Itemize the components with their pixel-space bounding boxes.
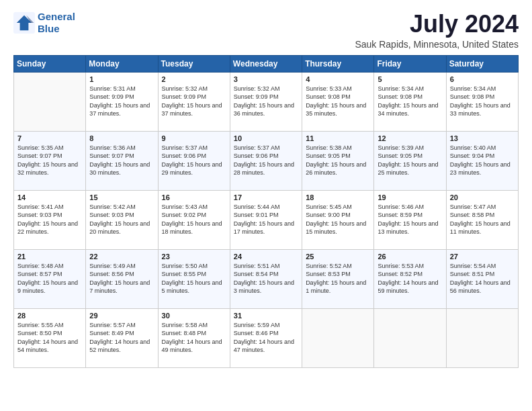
calendar-header-row: SundayMondayTuesdayWednesdayThursdayFrid… — [14, 55, 519, 72]
day-info: Sunrise: 5:37 AMSunset: 9:06 PMDaylight:… — [234, 144, 298, 177]
day-number: 18 — [306, 193, 370, 201]
day-number: 24 — [234, 253, 298, 261]
day-number: 31 — [234, 312, 298, 320]
day-number: 26 — [378, 253, 442, 261]
day-info: Sunrise: 5:53 AMSunset: 8:52 PMDaylight:… — [378, 262, 442, 295]
day-info: Sunrise: 5:32 AMSunset: 9:09 PMDaylight:… — [234, 85, 298, 118]
calendar-cell: 8Sunrise: 5:36 AMSunset: 9:07 PMDaylight… — [86, 131, 158, 190]
calendar-cell: 25Sunrise: 5:52 AMSunset: 8:53 PMDayligh… — [302, 249, 374, 308]
calendar-cell: 10Sunrise: 5:37 AMSunset: 9:06 PMDayligh… — [230, 131, 302, 190]
header: General Blue July 2024 Sauk Rapids, Minn… — [13, 11, 519, 50]
day-info: Sunrise: 5:39 AMSunset: 9:05 PMDaylight:… — [378, 144, 442, 177]
day-info: Sunrise: 5:52 AMSunset: 8:53 PMDaylight:… — [306, 262, 370, 295]
day-number: 2 — [162, 75, 226, 83]
calendar-cell: 9Sunrise: 5:37 AMSunset: 9:06 PMDaylight… — [158, 131, 230, 190]
logo-text: General Blue — [38, 11, 75, 35]
column-header-sunday: Sunday — [14, 55, 86, 72]
day-number: 25 — [306, 253, 370, 261]
day-number: 7 — [17, 134, 82, 142]
calendar-cell: 18Sunrise: 5:45 AMSunset: 9:00 PMDayligh… — [302, 190, 374, 249]
day-number: 28 — [17, 312, 82, 320]
calendar-cell: 30Sunrise: 5:58 AMSunset: 8:48 PMDayligh… — [158, 308, 230, 367]
day-number: 22 — [89, 253, 154, 261]
day-number: 10 — [234, 134, 298, 142]
column-header-monday: Monday — [86, 55, 158, 72]
subtitle: Sauk Rapids, Minnesota, United States — [355, 39, 519, 50]
column-header-friday: Friday — [374, 55, 446, 72]
calendar-cell: 22Sunrise: 5:49 AMSunset: 8:56 PMDayligh… — [86, 249, 158, 308]
day-number: 5 — [378, 75, 442, 83]
calendar-cell: 13Sunrise: 5:40 AMSunset: 9:04 PMDayligh… — [446, 131, 518, 190]
logo-line2: Blue — [38, 23, 60, 34]
day-number: 4 — [306, 75, 370, 83]
logo: General Blue — [13, 11, 75, 35]
day-info: Sunrise: 5:47 AMSunset: 8:58 PMDaylight:… — [450, 203, 515, 236]
calendar-cell: 23Sunrise: 5:50 AMSunset: 8:55 PMDayligh… — [158, 249, 230, 308]
calendar-cell: 21Sunrise: 5:48 AMSunset: 8:57 PMDayligh… — [14, 249, 86, 308]
column-header-tuesday: Tuesday — [158, 55, 230, 72]
calendar-cell — [374, 308, 446, 367]
calendar-week-1: 1Sunrise: 5:31 AMSunset: 9:09 PMDaylight… — [14, 72, 519, 131]
calendar-week-3: 14Sunrise: 5:41 AMSunset: 9:03 PMDayligh… — [14, 190, 519, 249]
day-number: 8 — [89, 134, 154, 142]
calendar-week-2: 7Sunrise: 5:35 AMSunset: 9:07 PMDaylight… — [14, 131, 519, 190]
calendar-cell: 4Sunrise: 5:33 AMSunset: 9:08 PMDaylight… — [302, 72, 374, 131]
main-title: July 2024 — [355, 11, 519, 38]
column-header-wednesday: Wednesday — [230, 55, 302, 72]
day-number: 20 — [450, 193, 515, 201]
day-info: Sunrise: 5:49 AMSunset: 8:56 PMDaylight:… — [89, 262, 154, 295]
day-info: Sunrise: 5:51 AMSunset: 8:54 PMDaylight:… — [234, 262, 298, 295]
calendar-cell: 6Sunrise: 5:34 AMSunset: 9:08 PMDaylight… — [446, 72, 518, 131]
calendar-cell: 7Sunrise: 5:35 AMSunset: 9:07 PMDaylight… — [14, 131, 86, 190]
day-info: Sunrise: 5:41 AMSunset: 9:03 PMDaylight:… — [17, 203, 82, 236]
calendar-cell — [14, 72, 86, 131]
calendar-cell: 24Sunrise: 5:51 AMSunset: 8:54 PMDayligh… — [230, 249, 302, 308]
column-header-saturday: Saturday — [446, 55, 518, 72]
column-header-thursday: Thursday — [302, 55, 374, 72]
day-info: Sunrise: 5:31 AMSunset: 9:09 PMDaylight:… — [89, 85, 154, 118]
day-info: Sunrise: 5:48 AMSunset: 8:57 PMDaylight:… — [17, 262, 82, 295]
day-number: 17 — [234, 193, 298, 201]
day-number: 15 — [89, 193, 154, 201]
calendar-cell: 29Sunrise: 5:57 AMSunset: 8:49 PMDayligh… — [86, 308, 158, 367]
calendar-week-4: 21Sunrise: 5:48 AMSunset: 8:57 PMDayligh… — [14, 249, 519, 308]
page: General Blue July 2024 Sauk Rapids, Minn… — [0, 0, 532, 411]
day-number: 11 — [306, 134, 370, 142]
calendar-cell: 26Sunrise: 5:53 AMSunset: 8:52 PMDayligh… — [374, 249, 446, 308]
calendar-cell: 1Sunrise: 5:31 AMSunset: 9:09 PMDaylight… — [86, 72, 158, 131]
day-number: 27 — [450, 253, 515, 261]
logo-icon — [13, 12, 35, 34]
day-info: Sunrise: 5:42 AMSunset: 9:03 PMDaylight:… — [89, 203, 154, 236]
calendar-cell: 28Sunrise: 5:55 AMSunset: 8:50 PMDayligh… — [14, 308, 86, 367]
day-number: 1 — [89, 75, 154, 83]
day-info: Sunrise: 5:35 AMSunset: 9:07 PMDaylight:… — [17, 144, 82, 177]
calendar-cell: 16Sunrise: 5:43 AMSunset: 9:02 PMDayligh… — [158, 190, 230, 249]
day-number: 9 — [162, 134, 226, 142]
day-number: 29 — [89, 312, 154, 320]
day-info: Sunrise: 5:57 AMSunset: 8:49 PMDaylight:… — [89, 321, 154, 355]
day-number: 23 — [162, 253, 226, 261]
calendar-cell: 3Sunrise: 5:32 AMSunset: 9:09 PMDaylight… — [230, 72, 302, 131]
calendar-week-5: 28Sunrise: 5:55 AMSunset: 8:50 PMDayligh… — [14, 308, 519, 367]
calendar-cell — [446, 308, 518, 367]
day-info: Sunrise: 5:38 AMSunset: 9:05 PMDaylight:… — [306, 144, 370, 177]
day-info: Sunrise: 5:34 AMSunset: 9:08 PMDaylight:… — [450, 85, 515, 118]
calendar-cell: 19Sunrise: 5:46 AMSunset: 8:59 PMDayligh… — [374, 190, 446, 249]
day-number: 3 — [234, 75, 298, 83]
day-info: Sunrise: 5:46 AMSunset: 8:59 PMDaylight:… — [378, 203, 442, 236]
day-number: 21 — [17, 253, 82, 261]
day-info: Sunrise: 5:33 AMSunset: 9:08 PMDaylight:… — [306, 85, 370, 118]
calendar-cell: 31Sunrise: 5:59 AMSunset: 8:46 PMDayligh… — [230, 308, 302, 367]
day-number: 16 — [162, 193, 226, 201]
calendar-cell: 20Sunrise: 5:47 AMSunset: 8:58 PMDayligh… — [446, 190, 518, 249]
calendar-cell: 27Sunrise: 5:54 AMSunset: 8:51 PMDayligh… — [446, 249, 518, 308]
calendar-cell: 2Sunrise: 5:32 AMSunset: 9:09 PMDaylight… — [158, 72, 230, 131]
day-number: 19 — [378, 193, 442, 201]
day-info: Sunrise: 5:34 AMSunset: 9:08 PMDaylight:… — [378, 85, 442, 118]
calendar-cell: 14Sunrise: 5:41 AMSunset: 9:03 PMDayligh… — [14, 190, 86, 249]
day-info: Sunrise: 5:59 AMSunset: 8:46 PMDaylight:… — [234, 321, 298, 355]
calendar-cell: 12Sunrise: 5:39 AMSunset: 9:05 PMDayligh… — [374, 131, 446, 190]
day-info: Sunrise: 5:55 AMSunset: 8:50 PMDaylight:… — [17, 321, 82, 355]
day-number: 13 — [450, 134, 515, 142]
day-info: Sunrise: 5:58 AMSunset: 8:48 PMDaylight:… — [162, 321, 226, 355]
